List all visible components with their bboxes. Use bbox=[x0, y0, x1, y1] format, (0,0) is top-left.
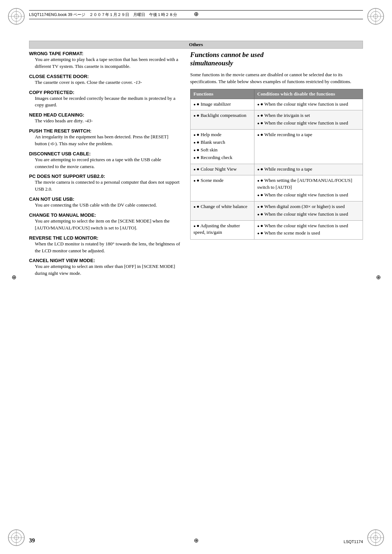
main-content: WRONG TAPE FORMAT: You are attempting to… bbox=[29, 51, 363, 525]
error-title: WRONG TAPE FORMAT: bbox=[29, 51, 181, 56]
table-header-row: Functions Conditions which disable the f… bbox=[191, 89, 363, 99]
error-desc: You are attempting to record pictures on… bbox=[35, 156, 181, 170]
error-pc-usb2: PC DOES NOT SUPPORT USB2.0: The movie ca… bbox=[29, 174, 181, 193]
table-row: ● Colour Night View● While recording to … bbox=[191, 164, 363, 175]
conditions-cell: ● When setting the [AUTO/MANUAL/FOCUS] s… bbox=[254, 175, 363, 201]
functions-heading-line1: Functions cannot be used bbox=[190, 51, 264, 58]
function-item: ● Backlight compensation bbox=[193, 112, 251, 119]
error-reverse-lcd: REVERSE THE LCD MONITOR: When the LCD mo… bbox=[29, 235, 181, 254]
condition-item: ● When the scene mode is used bbox=[257, 230, 360, 237]
function-item: ● Colour Night View bbox=[193, 166, 251, 173]
error-need-head-cleaning: NEED HEAD CLEANING: The video heads are … bbox=[29, 112, 181, 125]
error-title: DISCONNECT USB CABLE: bbox=[29, 151, 181, 156]
condition-item: ● When the colour night view function is… bbox=[257, 211, 360, 218]
col-conditions-header: Conditions which disable the functions bbox=[254, 89, 363, 99]
function-item: ● Change of white balance bbox=[193, 203, 251, 210]
condition-item: ● When setting the [AUTO/MANUAL/FOCUS] s… bbox=[257, 177, 360, 191]
section-title-bar: Others bbox=[29, 41, 363, 49]
conditions-cell: ● When digital zoom (30× or higher) is u… bbox=[254, 201, 363, 220]
error-close-cassette: CLOSE CASSETTE DOOR: The cassette cover … bbox=[29, 74, 181, 86]
table-row: ● Help mode● Blank search● Soft skin● Re… bbox=[191, 130, 363, 164]
error-title: PUSH THE RESET SWITCH: bbox=[29, 128, 181, 134]
functions-cell: ● Help mode● Blank search● Soft skin● Re… bbox=[191, 130, 254, 164]
error-desc: The video heads are dirty. -43- bbox=[35, 118, 181, 125]
conditions-cell: ● When the iris/gain is set● When the co… bbox=[254, 110, 363, 130]
error-title: CAN NOT USE USB: bbox=[29, 196, 181, 202]
function-item: ● Help mode bbox=[193, 131, 251, 138]
error-change-manual: CHANGE TO MANUAL MODE: You are attemptin… bbox=[29, 212, 181, 232]
function-item: ● Adjusting the shutter speed, iris/gain bbox=[193, 223, 251, 236]
error-title: CLOSE CASSETTE DOOR: bbox=[29, 74, 181, 79]
footer: 39 LSQT1174 bbox=[29, 537, 363, 544]
functions-heading: Functions cannot be used simultaneously bbox=[190, 51, 363, 68]
corner-decoration-tr bbox=[366, 7, 385, 26]
corner-decoration-bl bbox=[7, 528, 26, 547]
conditions-cell: ● When the colour night view function is… bbox=[254, 99, 363, 110]
functions-cell: ● Image stabilizer bbox=[191, 99, 254, 110]
error-wrong-tape: WRONG TAPE FORMAT: You are attempting to… bbox=[29, 51, 181, 70]
section-label: Others bbox=[189, 42, 203, 47]
header-meta-text: LSQT1174ENG.book 39 ページ ２００７年１月２９日 月曜日 午… bbox=[29, 12, 177, 17]
functions-cell: ● Adjusting the shutter speed, iris/gain bbox=[191, 220, 254, 240]
functions-intro: Some functions in the movie camera are d… bbox=[190, 71, 363, 85]
condition-item: ● When the colour night view function is… bbox=[257, 120, 360, 127]
error-desc: An irregularity in the equipment has bee… bbox=[35, 134, 181, 147]
error-desc: You are attempting to select an item oth… bbox=[35, 263, 181, 277]
condition-item: ● When digital zoom (30× or higher) is u… bbox=[257, 203, 360, 210]
error-disconnect-usb: DISCONNECT USB CABLE: You are attempting… bbox=[29, 151, 181, 170]
functions-table: Functions Conditions which disable the f… bbox=[190, 89, 363, 240]
condition-item: ● When the colour night view function is… bbox=[257, 101, 360, 108]
functions-cell: ● Change of white balance bbox=[191, 201, 254, 220]
error-cannot-use-usb: CAN NOT USE USB: You are connecting the … bbox=[29, 196, 181, 209]
table-row: ● Scene mode● When setting the [AUTO/MAN… bbox=[191, 175, 363, 201]
error-title: COPY PROTECTED: bbox=[29, 90, 181, 95]
conditions-cell: ● While recording to a tape bbox=[254, 130, 363, 164]
error-title: NEED HEAD CLEANING: bbox=[29, 112, 181, 118]
functions-cell: ● Colour Night View bbox=[191, 164, 254, 175]
error-title: REVERSE THE LCD MONITOR: bbox=[29, 235, 181, 241]
table-row: ● Change of white balance● When digital … bbox=[191, 201, 363, 220]
table-row: ● Adjusting the shutter speed, iris/gain… bbox=[191, 220, 363, 240]
error-desc: You are connecting the USB cable with th… bbox=[35, 202, 181, 209]
corner-decoration-tl bbox=[7, 7, 26, 26]
conditions-cell: ● When the colour night view function is… bbox=[254, 220, 363, 240]
top-header: LSQT1174ENG.book 39 ページ ２００７年１月２９日 月曜日 午… bbox=[29, 10, 363, 19]
functions-cell: ● Backlight compensation bbox=[191, 110, 254, 130]
condition-item: ● When the colour night view function is… bbox=[257, 192, 360, 199]
condition-item: ● When the iris/gain is set bbox=[257, 112, 360, 119]
doc-number: LSQT1174 bbox=[344, 539, 363, 544]
col-functions-header: Functions bbox=[191, 89, 254, 99]
error-title: CANCEL NIGHT VIEW MODE: bbox=[29, 258, 181, 263]
functions-cell: ● Scene mode bbox=[191, 175, 254, 201]
functions-heading-line2: simultaneously bbox=[190, 59, 233, 67]
error-push-reset: PUSH THE RESET SWITCH: An irregularity i… bbox=[29, 128, 181, 147]
error-title: CHANGE TO MANUAL MODE: bbox=[29, 212, 181, 218]
error-title: PC DOES NOT SUPPORT USB2.0: bbox=[29, 174, 181, 179]
error-desc: You are attempting to play back a tape s… bbox=[35, 56, 181, 70]
error-desc: You are attempting to select the item on… bbox=[35, 218, 181, 232]
function-item: ● Recording check bbox=[193, 154, 251, 161]
conditions-cell: ● While recording to a tape bbox=[254, 164, 363, 175]
corner-decoration-br bbox=[366, 528, 385, 547]
left-column: WRONG TAPE FORMAT: You are attempting to… bbox=[29, 51, 181, 281]
table-row: ● Image stabilizer● When the colour nigh… bbox=[191, 99, 363, 110]
page-number: 39 bbox=[29, 537, 35, 544]
error-desc: Images cannot be recorded correctly beca… bbox=[35, 95, 181, 109]
table-row: ● Backlight compensation● When the iris/… bbox=[191, 110, 363, 130]
condition-item: ● While recording to a tape bbox=[257, 166, 360, 173]
error-desc: The cassette cover is open. Close the ca… bbox=[35, 79, 181, 86]
cross-left: ⊕ bbox=[10, 273, 17, 281]
right-column: Functions cannot be used simultaneously … bbox=[190, 51, 363, 281]
error-desc: The movie camera is connected to a perso… bbox=[35, 179, 181, 193]
condition-item: ● While recording to a tape bbox=[257, 131, 360, 138]
error-cancel-night: CANCEL NIGHT VIEW MODE: You are attempti… bbox=[29, 258, 181, 277]
header-meta: LSQT1174ENG.book 39 ページ ２００７年１月２９日 月曜日 午… bbox=[29, 11, 363, 18]
page-wrapper: ⊕ ⊕ ⊕ ⊕ LSQT1174ENG.book 39 ページ ２００７年１月２… bbox=[0, 0, 392, 554]
error-desc: When the LCD monitor is rotated by 180° … bbox=[35, 241, 181, 254]
condition-item: ● When the colour night view function is… bbox=[257, 223, 360, 229]
function-item: ● Scene mode bbox=[193, 177, 251, 184]
error-copy-protected: COPY PROTECTED: Images cannot be recorde… bbox=[29, 90, 181, 109]
function-item: ● Blank search bbox=[193, 139, 251, 146]
function-item: ● Image stabilizer bbox=[193, 101, 251, 108]
cross-right: ⊕ bbox=[375, 273, 382, 281]
